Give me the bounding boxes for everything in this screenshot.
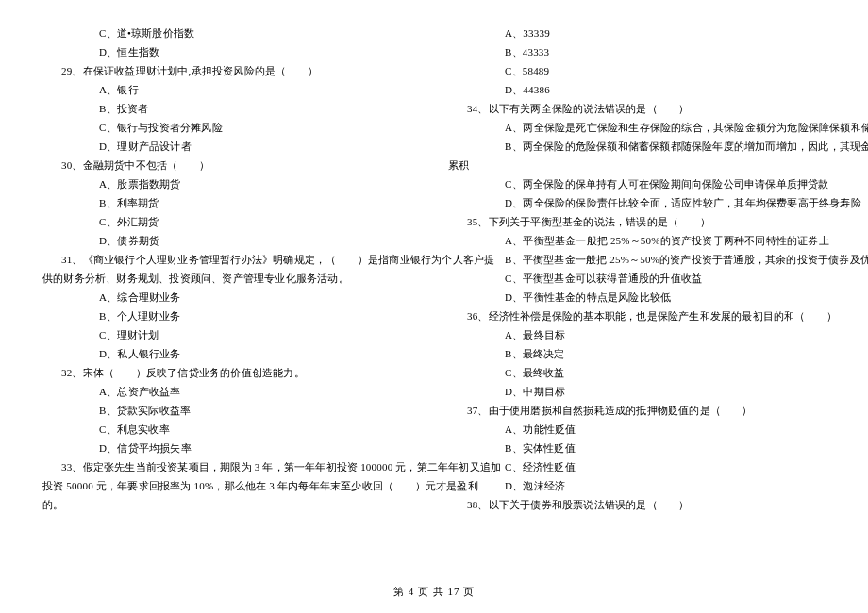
option: A、33339 <box>448 24 826 42</box>
option: A、综合理财业务 <box>42 288 420 306</box>
option: B、贷款实际收益率 <box>42 401 420 420</box>
question-stem: 33、假定张先生当前投资某项目，期限为 3 年，第一年年初投资 100000 元… <box>42 457 420 476</box>
option: B、个人理财业务 <box>42 306 420 325</box>
option: D、中期目标 <box>448 382 826 401</box>
question-stem: 30、金融期货中不包括（ ） <box>42 156 420 174</box>
question-stem-cont: 投资 50000 元，年要求回报率为 10%，那么他在 3 年内每年年末至少收回… <box>42 476 420 495</box>
question-stem: 29、在保证收益理财计划中,承担投资风险的是（ ） <box>42 61 420 80</box>
option: C、58489 <box>448 61 826 80</box>
option: C、平衡型基金可以获得普通股的升值收益 <box>448 269 826 288</box>
question-stem: 32、宋体（ ）反映了信贷业务的价值创造能力。 <box>42 363 420 382</box>
page-footer: 第 4 页 共 17 页 <box>0 585 868 599</box>
question-stem-cont: 的。 <box>42 495 420 514</box>
right-column: A、33339 B、43333 C、58489 D、44386 34、以下有关两… <box>448 24 826 514</box>
option: D、44386 <box>448 80 826 99</box>
option: A、平衡型基金一般把 25%～50%的资产投资于两种不同特性的证券上 <box>448 231 826 250</box>
option: C、银行与投资者分摊风险 <box>42 118 420 137</box>
option: C、道•琼斯股价指数 <box>42 24 420 42</box>
left-column: C、道•琼斯股价指数 D、恒生指数 29、在保证收益理财计划中,承担投资风险的是… <box>42 24 420 514</box>
option: A、总资产收益率 <box>42 382 420 401</box>
option: A、股票指数期货 <box>42 174 420 193</box>
question-stem: 31、《商业银行个人理财业务管理暂行办法》明确规定，（ ）是指商业银行为个人客户… <box>42 250 420 269</box>
option: D、恒生指数 <box>42 42 420 61</box>
option: B、投资者 <box>42 99 420 118</box>
option: B、最终决定 <box>448 344 826 363</box>
option: D、平衡性基金的特点是风险比较低 <box>448 288 826 306</box>
option: D、债券期货 <box>42 231 420 250</box>
option: D、信贷平均损失率 <box>42 439 420 457</box>
question-stem: 38、以下关于债券和股票说法错误的是（ ） <box>448 495 826 514</box>
question-stem: 34、以下有关两全保险的说法错误的是（ ） <box>448 99 826 118</box>
question-stem: 37、由于使用磨损和自然损耗造成的抵押物贬值的是（ ） <box>448 401 826 420</box>
option: C、经济性贬值 <box>448 457 826 476</box>
option: B、平衡型基金一般把 25%～50%的资产投资于普通股，其余的投资于债券及优先股 <box>448 250 826 269</box>
option: C、外汇期货 <box>42 212 420 231</box>
option-cont: 累积 <box>448 156 826 174</box>
page-content: C、道•琼斯股价指数 D、恒生指数 29、在保证收益理财计划中,承担投资风险的是… <box>0 0 868 514</box>
option: C、两全保险的保单持有人可在保险期间向保险公司申请保单质押贷款 <box>448 174 826 193</box>
option: B、实体性贬值 <box>448 439 826 457</box>
question-stem: 35、下列关于平衡型基金的说法，错误的是（ ） <box>448 212 826 231</box>
option: A、银行 <box>42 80 420 99</box>
option: C、最终收益 <box>448 363 826 382</box>
question-stem-cont: 供的财务分析、财务规划、投资顾问、资产管理专业化服务活动。 <box>42 269 420 288</box>
option: A、两全保险是死亡保险和生存保险的综合，其保险金额分为危险保障保额和储蓄保额 <box>448 118 826 137</box>
option: C、理财计划 <box>42 325 420 344</box>
option: D、两全保险的保险责任比较全面，适应性较广，其年均保费要高于终身寿险 <box>448 193 826 212</box>
option: D、泡沫经济 <box>448 476 826 495</box>
option: A、功能性贬值 <box>448 420 826 439</box>
option: A、最终目标 <box>448 325 826 344</box>
option: D、私人银行业务 <box>42 344 420 363</box>
question-stem: 36、经济性补偿是保险的基本职能，也是保险产生和发展的最初目的和（ ） <box>448 306 826 325</box>
option: B、两全保险的危险保额和储蓄保额都随保险年度的增加而增加，因此，其现金价值也逐渐 <box>448 137 826 156</box>
option: B、43333 <box>448 42 826 61</box>
option: D、理财产品设计者 <box>42 137 420 156</box>
option: C、利息实收率 <box>42 420 420 439</box>
option: B、利率期货 <box>42 193 420 212</box>
